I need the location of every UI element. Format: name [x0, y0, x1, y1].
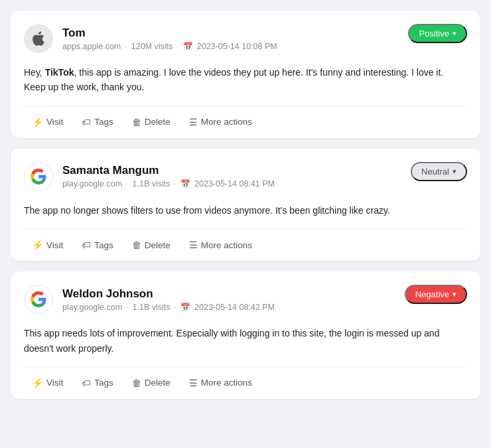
action-tags[interactable]: 🏷 Tags [74, 374, 121, 392]
user-info: Samanta Mangum play.google.com · 1.1B vi… [62, 164, 275, 188]
review-card: Tom apps.apple.com · 120M visits · 📅 202… [11, 11, 480, 138]
delete-icon: 🗑 [132, 378, 141, 388]
user-info: Tom apps.apple.com · 120M visits · 📅 202… [62, 27, 277, 51]
visit-icon: ⚡ [32, 117, 43, 127]
action-label: Delete [145, 117, 171, 127]
user-name: Tom [62, 27, 277, 40]
review-body: The app no longer shows filters to use f… [24, 196, 467, 228]
action-label: Visit [46, 117, 63, 127]
sentiment-badge[interactable]: Positive ▾ [408, 24, 467, 43]
action-label: More actions [201, 117, 252, 127]
separator: · [126, 179, 128, 188]
calendar-icon: 📅 [183, 42, 193, 51]
badge-label: Negative [415, 289, 449, 299]
visit-icon: ⚡ [32, 240, 43, 250]
more-actions-icon: ☰ [189, 240, 198, 250]
badge-label: Neutral [421, 167, 449, 177]
user-name: Samanta Mangum [62, 164, 275, 177]
delete-icon: 🗑 [132, 117, 141, 127]
action-more-actions[interactable]: ☰ More actions [181, 236, 260, 254]
visits-count: 1.1B visits [133, 179, 171, 188]
date-text: 2023-05-14 10:08 PM [197, 42, 277, 51]
action-more-actions[interactable]: ☰ More actions [181, 113, 260, 131]
action-visit[interactable]: ⚡ Visit [24, 113, 71, 131]
card-header-left: Tom apps.apple.com · 120M visits · 📅 202… [24, 24, 277, 53]
action-delete[interactable]: 🗑 Delete [124, 374, 178, 392]
card-actions: ⚡ Visit 🏷 Tags 🗑 Delete ☰ More actions [24, 366, 467, 399]
card-header-left: Samanta Mangum play.google.com · 1.1B vi… [24, 162, 275, 191]
action-tags[interactable]: 🏷 Tags [74, 236, 121, 254]
action-label: Delete [145, 378, 171, 388]
source-link: play.google.com [62, 179, 122, 188]
source-link: apps.apple.com [62, 42, 121, 51]
user-meta: play.google.com · 1.1B visits · 📅 2023-0… [62, 179, 275, 188]
visits-count: 120M visits [131, 42, 173, 51]
card-header: Tom apps.apple.com · 120M visits · 📅 202… [24, 24, 467, 53]
date-text: 2023-05-14 08:42 PM [194, 303, 275, 312]
separator: · [126, 303, 128, 312]
user-meta: apps.apple.com · 120M visits · 📅 2023-05… [62, 42, 277, 51]
action-more-actions[interactable]: ☰ More actions [181, 374, 260, 392]
sentiment-badge[interactable]: Neutral ▾ [411, 162, 467, 181]
review-body: Hey, TikTok, this app is amazing. I love… [24, 58, 467, 106]
action-tags[interactable]: 🏷 Tags [74, 113, 121, 131]
date-text: 2023-05-14 08:41 PM [194, 179, 275, 188]
separator: · [175, 303, 176, 312]
action-label: Visit [46, 378, 63, 388]
more-actions-icon: ☰ [189, 117, 198, 127]
user-info: Weldon Johnson play.google.com · 1.1B vi… [62, 287, 275, 312]
chevron-down-icon: ▾ [453, 29, 456, 38]
badge-label: Positive [419, 29, 449, 38]
action-delete[interactable]: 🗑 Delete [124, 236, 178, 254]
card-header: Samanta Mangum play.google.com · 1.1B vi… [24, 162, 467, 191]
action-label: More actions [201, 378, 252, 388]
visits-count: 1.1B visits [133, 303, 171, 312]
review-body: This app needs lots of improvement. Espe… [24, 319, 467, 366]
action-label: Tags [94, 117, 113, 127]
calendar-icon: 📅 [180, 303, 190, 312]
tags-icon: 🏷 [82, 378, 91, 388]
chevron-down-icon: ▾ [453, 290, 456, 299]
action-delete[interactable]: 🗑 Delete [124, 113, 178, 131]
chevron-down-icon: ▾ [453, 167, 456, 176]
sentiment-badge[interactable]: Negative ▾ [405, 285, 467, 304]
avatar [24, 162, 53, 191]
action-label: Visit [46, 240, 63, 250]
card-actions: ⚡ Visit 🏷 Tags 🗑 Delete ☰ More actions [24, 228, 467, 261]
tags-icon: 🏷 [82, 240, 91, 250]
delete-icon: 🗑 [132, 240, 141, 250]
source-link: play.google.com [62, 303, 122, 312]
tags-icon: 🏷 [82, 117, 91, 127]
avatar [24, 24, 53, 53]
action-label: More actions [201, 240, 252, 250]
action-label: Tags [94, 240, 113, 250]
user-name: Weldon Johnson [62, 287, 275, 301]
action-label: Tags [94, 378, 113, 388]
separator: · [125, 42, 127, 51]
avatar [24, 285, 53, 314]
user-meta: play.google.com · 1.1B visits · 📅 2023-0… [62, 303, 275, 312]
card-actions: ⚡ Visit 🏷 Tags 🗑 Delete ☰ More actions [24, 106, 467, 138]
review-card: Samanta Mangum play.google.com · 1.1B vi… [11, 149, 480, 261]
more-actions-icon: ☰ [189, 378, 198, 388]
visit-icon: ⚡ [32, 378, 43, 388]
separator: · [175, 179, 176, 188]
action-label: Delete [145, 240, 171, 250]
card-header: Weldon Johnson play.google.com · 1.1B vi… [24, 285, 467, 314]
card-header-left: Weldon Johnson play.google.com · 1.1B vi… [24, 285, 275, 314]
separator: · [176, 42, 178, 51]
review-card: Weldon Johnson play.google.com · 1.1B vi… [11, 271, 480, 399]
calendar-icon: 📅 [180, 179, 190, 188]
action-visit[interactable]: ⚡ Visit [24, 236, 71, 254]
action-visit[interactable]: ⚡ Visit [24, 374, 71, 392]
